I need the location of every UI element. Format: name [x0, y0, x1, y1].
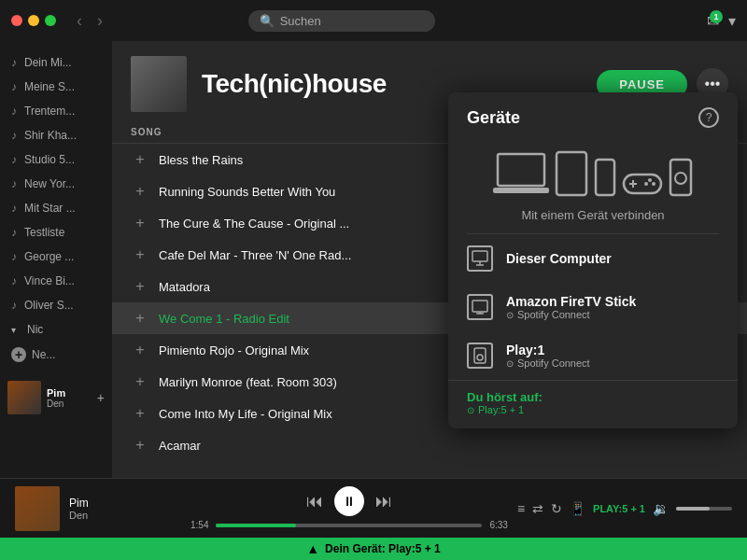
shuffle-button[interactable]: ⇄ [532, 501, 543, 516]
np-track-title: Pim [69, 497, 181, 510]
sidebar-item-label: Oliver S... [24, 299, 74, 312]
add-track-icon[interactable]: + [131, 310, 149, 327]
close-button[interactable] [11, 15, 22, 26]
music-icon: ♪ [11, 80, 17, 93]
listening-label: Du hörst auf: [467, 390, 719, 404]
forward-button[interactable]: › [92, 9, 108, 33]
repeat-button[interactable]: ↻ [551, 501, 562, 516]
add-track-icon[interactable]: + [131, 183, 149, 200]
next-button[interactable]: ⏭ [375, 492, 392, 511]
green-bar-label: Dein Gerät: Play:5 + 1 [325, 542, 441, 555]
spotify-connect-icon: ⊙ [506, 310, 514, 320]
sidebar-item-oliver-s[interactable]: ♪ Oliver S... [0, 293, 112, 317]
main-layout: ♪ Dein Mi... ♪ Meine S... ♪ Trentem... ♪… [0, 41, 747, 478]
play-pause-button[interactable]: ⏸ [334, 486, 364, 516]
sidebar-item-shir-kha[interactable]: ♪ Shir Kha... [0, 123, 112, 147]
svg-rect-2 [557, 152, 586, 195]
add-track-icon[interactable]: + [131, 278, 149, 295]
add-track-icon[interactable]: + [131, 373, 149, 390]
gamepad-icon [622, 169, 663, 197]
device-item-computer[interactable]: Dieser Computer [448, 234, 738, 283]
chevron-down-button[interactable]: ▾ [728, 12, 736, 30]
sidebar-item-label: Meine S... [24, 80, 75, 93]
notification-button[interactable]: ✉ 1 [707, 12, 719, 30]
volume-icon-button[interactable]: 🔉 [653, 501, 669, 516]
devices-help-button[interactable]: ? [698, 107, 719, 128]
play-device-label: PLAY:5 + 1 [593, 503, 645, 514]
green-bottom-bar[interactable]: ▲ Dein Gerät: Play:5 + 1 [0, 538, 747, 560]
search-input[interactable] [280, 14, 411, 28]
add-track-icon[interactable]: + [131, 151, 149, 168]
sidebar-add-track-button[interactable]: + [97, 390, 105, 405]
sidebar-item-testliste[interactable]: ♪ Testliste [0, 220, 112, 245]
sidebar-cover [7, 381, 41, 414]
back-button[interactable]: ‹ [71, 9, 88, 33]
svg-rect-15 [472, 301, 487, 312]
add-track-icon[interactable]: + [131, 342, 149, 358]
device-item-firetv[interactable]: Amazon FireTV Stick ⊙ Spotify Connect [448, 283, 738, 331]
device-name-firetv: Amazon FireTV Stick [506, 294, 719, 309]
music-icon: ♪ [11, 226, 17, 239]
sidebar-item-mit-star[interactable]: ♪ Mit Star ... [0, 196, 112, 220]
computer-icon [467, 245, 493, 272]
add-track-icon[interactable]: + [131, 246, 149, 263]
sidebar-item-label: Mit Star ... [24, 202, 76, 215]
svg-rect-0 [498, 154, 544, 186]
volume-bar[interactable] [676, 507, 732, 511]
sidebar-item-label: Dein Mi... [24, 56, 72, 69]
device-name-play1: Play:1 [506, 343, 719, 357]
spotify-connect-icon: ⊙ [506, 358, 514, 369]
svg-point-8 [652, 182, 655, 186]
add-track-icon[interactable]: + [131, 437, 149, 454]
add-track-icon[interactable]: + [131, 215, 149, 231]
progress-track[interactable] [216, 524, 482, 527]
monitor-icon [472, 250, 488, 267]
add-icon: + [11, 347, 26, 362]
device-info-play1: Play:1 ⊙ Spotify Connect [506, 343, 719, 369]
music-icon: ♪ [11, 105, 17, 118]
svg-point-19 [477, 355, 483, 360]
sidebar-item-nic[interactable]: ▾ Nic [0, 317, 112, 342]
up-arrow-icon: ▲ [306, 541, 319, 556]
firetv-icon [467, 294, 493, 320]
notification-badge: 1 [710, 10, 723, 23]
phone-icon [594, 158, 616, 197]
speaker-small-icon [472, 347, 488, 364]
sidebar-item-meine-s[interactable]: ♪ Meine S... [0, 75, 112, 99]
device-item-play1[interactable]: Play:1 ⊙ Spotify Connect [448, 331, 738, 380]
sidebar-item-label: Nic [27, 323, 43, 336]
sidebar-item-george[interactable]: ♪ George ... [0, 245, 112, 269]
sidebar-item-trentem[interactable]: ♪ Trentem... [0, 99, 112, 123]
sidebar-item-vince-bi[interactable]: ♪ Vince Bi... [0, 269, 112, 293]
sidebar-item-label: Vince Bi... [24, 274, 75, 287]
maximize-button[interactable] [45, 15, 56, 26]
sidebar-item-label: Shir Kha... [24, 129, 77, 142]
minimize-button[interactable] [28, 15, 39, 26]
add-track-icon[interactable]: + [131, 405, 149, 422]
song-column-label: SONG [131, 127, 162, 137]
collapse-arrow-icon: ▾ [11, 325, 16, 335]
prev-button[interactable]: ⏮ [306, 492, 323, 511]
music-icon: ♪ [11, 299, 17, 312]
sidebar-item-dein-mi[interactable]: ♪ Dein Mi... [0, 50, 112, 75]
svg-point-7 [648, 178, 652, 182]
titlebar-right: ✉ 1 ▾ [707, 12, 736, 30]
listening-on: Du hörst auf: ⊙ Play:5 + 1 [448, 380, 738, 428]
add-playlist-button[interactable]: + Ne... [0, 342, 112, 368]
play-device-icon: ⊙ [467, 405, 474, 415]
device-sub-firetv: ⊙ Spotify Connect [506, 309, 719, 320]
sidebar-item-label: Trentem... [24, 105, 75, 118]
sidebar-item-label: New Yor... [24, 177, 75, 190]
device-button[interactable]: 📱 [570, 501, 585, 516]
sidebar-item-new-yor[interactable]: ♪ New Yor... [0, 172, 112, 196]
sidebar-item-studio-5[interactable]: ♪ Studio 5... [0, 147, 112, 172]
play1-icon [467, 343, 493, 369]
music-icon: ♪ [11, 153, 17, 166]
queue-button[interactable]: ≡ [517, 501, 525, 516]
device-sub-play1: ⊙ Spotify Connect [506, 357, 719, 369]
search-bar[interactable]: 🔍 [248, 10, 435, 32]
device-name-computer: Dieser Computer [506, 251, 719, 266]
track-row[interactable]: + Acamar [112, 429, 747, 461]
svg-rect-12 [472, 251, 487, 261]
sidebar-now-playing: Pim Den + [0, 375, 112, 420]
